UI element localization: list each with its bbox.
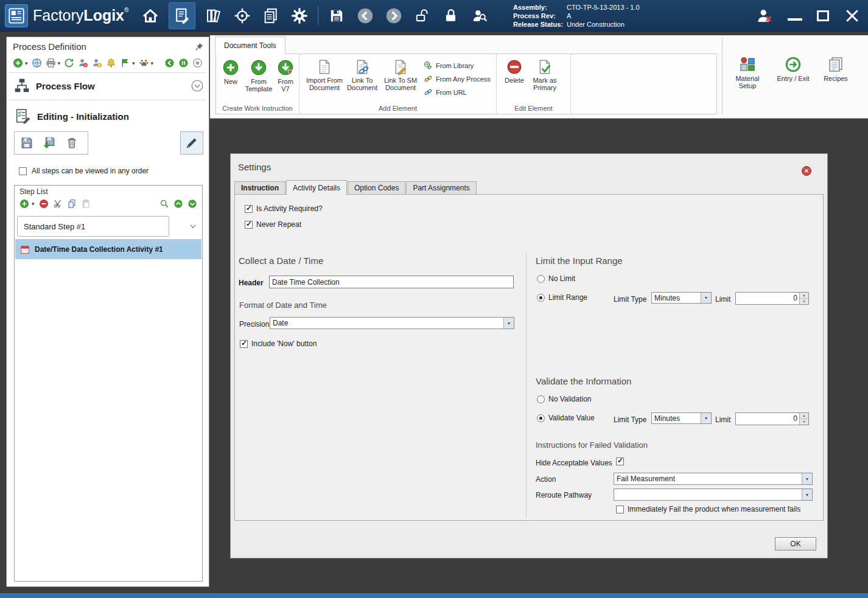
tab-part-assignments[interactable]: Part Assignments [406,181,476,195]
add-step-caret-icon[interactable]: ▾ [32,201,35,207]
user-add-icon[interactable] [92,58,102,68]
settings-button[interactable] [289,2,310,29]
checkbox-box: ✓ [240,340,248,348]
limit-range-radio[interactable]: Limit Range [537,293,587,302]
save-icon [329,8,345,24]
close-dialog-button[interactable]: ✕ [802,166,811,176]
collapse-chevron-icon[interactable] [191,79,204,92]
hide-acceptable-label: Hide Acceptable Values [536,459,612,467]
forward-button[interactable] [383,2,404,29]
group-add-element: Import From Document Link To Document Li… [299,54,497,114]
link-to-sm-document-button[interactable]: Link To SM Document [380,59,421,91]
process-flow-item[interactable]: Process Flow [7,75,209,97]
from-any-process-button[interactable]: From Any Process [424,74,491,84]
assembly-label: Assembly: [513,3,567,12]
import-instruction-button[interactable] [40,134,59,152]
tab-activity-details[interactable]: Activity Details [286,180,347,195]
maximize-button[interactable] [817,10,829,21]
immediately-fail-checkbox[interactable]: Immediately Fail the product when measur… [616,505,800,513]
add-step-icon[interactable] [19,199,29,209]
user-remove-icon[interactable] [78,58,88,68]
tab-document-tools[interactable]: Document Tools [215,37,285,54]
pause-circle-icon[interactable] [178,58,189,68]
limit-spinner[interactable]: 0 ▲▼ [735,292,809,305]
move-down-icon[interactable] [187,199,197,209]
print-caret-icon[interactable]: ▾ [58,60,61,66]
hide-acceptable-checkbox[interactable]: ✓ [616,457,624,465]
production-button[interactable] [232,2,253,29]
delete-instruction-button[interactable] [62,134,82,152]
unlock-button[interactable] [412,2,433,29]
cut-icon[interactable] [53,199,63,209]
checkbox-box: ✓ [245,205,253,213]
move-up-icon[interactable] [173,199,183,209]
validate-limit-type-dropdown[interactable]: Minutes ▼ [651,412,712,424]
remove-step-icon[interactable] [39,199,49,209]
logout-user-button[interactable] [756,7,773,24]
save-button[interactable] [326,2,347,29]
library-button[interactable] [203,2,224,29]
material-setup-button[interactable]: Material Setup [727,56,768,89]
process-definition-button[interactable] [169,2,195,29]
from-url-button[interactable]: From URL [424,87,491,97]
tab-option-codes[interactable]: Option Codes [348,181,405,195]
reroute-pathway-dropdown[interactable]: ▼ [614,488,813,501]
validate-value-radio[interactable]: Validate Value [537,414,595,422]
paw-caret-icon[interactable]: ▾ [151,60,154,66]
link-to-document-button[interactable]: Link To Document [345,59,380,91]
ok-button[interactable]: OK [775,537,816,551]
header-input[interactable] [269,276,514,288]
minimize-button[interactable] [788,11,802,21]
validate-limit-spinner[interactable]: 0 ▲▼ [735,412,809,425]
new-button[interactable]: New [217,59,244,92]
from-v7-button[interactable]: From V7 [273,59,298,92]
back-button[interactable] [355,2,376,29]
undo-circle-icon[interactable] [164,58,175,68]
view-order-checkbox[interactable]: All steps can be viewed in any order [19,167,149,175]
step-expand-icon[interactable] [189,222,197,231]
pin-icon[interactable] [194,42,204,52]
group-edit-element: Delete Mark as Primary Edit Element [497,54,571,114]
compass-icon [234,7,251,24]
bell-icon[interactable] [106,58,116,68]
no-validation-radio[interactable]: No Validation [537,395,592,403]
home-button[interactable] [140,2,161,29]
never-repeat-checkbox[interactable]: ✓ Never Repeat [245,220,301,229]
find-user-button[interactable] [469,2,490,29]
paw-icon[interactable] [139,58,149,68]
record-circle-icon[interactable] [192,58,203,68]
paste-icon[interactable] [81,199,91,209]
delete-element-button[interactable]: Delete [500,59,528,91]
recipes-button[interactable]: Recipes [819,56,853,82]
entry-exit-button[interactable]: Entry / Exit [771,56,815,82]
step-selector[interactable]: Standard Step #1 [17,216,169,237]
document-pencil-icon [393,59,408,75]
include-now-checkbox[interactable]: ✓ Include 'Now' button [240,339,317,348]
tab-instruction[interactable]: Instruction [234,181,285,195]
mark-as-primary-button[interactable]: Mark as Primary [528,59,561,91]
add-icon[interactable] [13,58,23,68]
is-activity-required-checkbox[interactable]: ✓ Is Activity Required? [245,204,323,213]
from-template-button[interactable]: From Template [244,59,273,92]
flag-caret-icon[interactable]: ▾ [132,60,135,66]
sync-icon[interactable] [64,58,74,68]
reports-button[interactable] [261,2,281,29]
activity-item[interactable]: Date/Time Data Collection Activity #1 [15,239,201,259]
lock-button[interactable] [441,2,461,29]
close-button[interactable] [844,7,861,24]
no-limit-radio[interactable]: No Limit [537,274,575,283]
limit-type-dropdown[interactable]: Minutes ▼ [651,292,712,304]
from-library-button[interactable]: From Library [424,60,491,71]
copy-icon[interactable] [67,199,77,209]
save-instruction-button[interactable] [17,134,37,152]
precision-dropdown[interactable]: Date ▼ [270,317,514,329]
find-step-icon[interactable] [159,199,169,209]
print-icon[interactable] [46,58,56,68]
edit-instruction-button[interactable] [180,131,203,155]
add-caret-icon[interactable]: ▾ [25,60,28,66]
import-from-document-button[interactable]: Import From Document [304,59,345,91]
spinner-buttons: ▲▼ [799,413,808,425]
flag-icon[interactable] [120,58,130,68]
globe-icon[interactable] [32,58,42,68]
action-dropdown[interactable]: Fail Measurement ▼ [614,473,813,485]
